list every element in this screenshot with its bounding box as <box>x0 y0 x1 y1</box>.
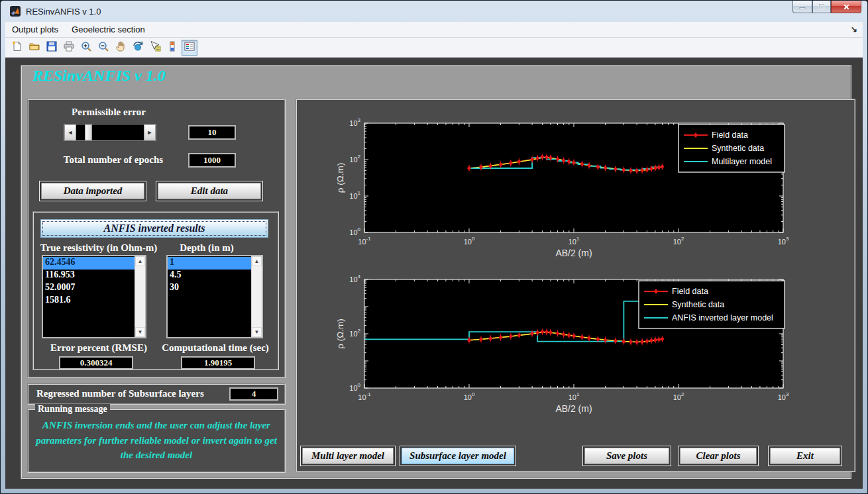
depth-scrollbar[interactable]: ▲▼ <box>251 256 262 337</box>
new-figure-button[interactable] <box>9 40 25 56</box>
multilayer-model-chart[interactable]: 10-1100101102103100101102103AB/2 (m)ρ (Ω… <box>298 101 853 260</box>
edit-data-button-frame: Edit data <box>156 181 263 201</box>
comp-time-label: Computational time (sec) <box>157 342 274 354</box>
anfis-results-button[interactable]: ANFIS inverted results <box>40 219 268 238</box>
svg-text:ρ (Ω.m): ρ (Ω.m) <box>335 163 345 193</box>
rmse-label: Error percent (RMSE) <box>34 342 164 354</box>
subsurface-layer-model-button[interactable]: Subsurface layer model <box>402 448 514 464</box>
svg-text:101: 101 <box>569 391 580 401</box>
svg-text:102: 102 <box>673 391 684 401</box>
permissible-error-slider[interactable]: ◄ ► <box>64 124 156 141</box>
svg-text:100: 100 <box>464 236 475 246</box>
svg-text:100: 100 <box>349 226 360 236</box>
save-figure-button[interactable] <box>44 40 60 56</box>
menu-output-plots[interactable]: Output plots <box>5 23 65 36</box>
multi-layer-model-button[interactable]: Multi layer model <box>302 448 394 464</box>
close-button[interactable] <box>831 1 861 13</box>
svg-text:Synthetic data: Synthetic data <box>712 144 764 153</box>
exit-button-frame: Exit <box>768 446 842 466</box>
menu-overflow-icon[interactable]: ↘ <box>851 25 857 34</box>
print-button[interactable] <box>61 40 77 56</box>
svg-text:Field data: Field data <box>712 130 748 140</box>
svg-text:Multilayer model: Multilayer model <box>712 157 772 166</box>
rotate-3d-button[interactable] <box>130 40 146 56</box>
depth-listbox[interactable]: 14.530 ▲▼ <box>166 255 263 338</box>
epochs-label: Total number of epochs <box>34 154 193 166</box>
titlebar[interactable]: RESinvANFIS v 1.0 <box>1 1 867 22</box>
new-figure-icon <box>11 40 23 55</box>
zoom-out-icon <box>97 40 109 55</box>
slider-track[interactable] <box>76 124 144 140</box>
rmse-value: 0.300324 <box>59 356 133 370</box>
svg-text:104: 104 <box>349 273 360 283</box>
app-window: RESinvANFIS v 1.0 Output plotsGeoelectri… <box>0 0 868 494</box>
menu-geoelectric-section[interactable]: Geoelectric section <box>65 23 152 36</box>
data-imported-button-frame: Data imported <box>39 181 146 201</box>
list-item[interactable]: 30 <box>168 282 251 295</box>
insert-legend-icon <box>184 40 195 55</box>
data-cursor-icon <box>149 40 161 55</box>
window-title: RESinvANFIS v 1.0 <box>26 7 101 17</box>
open-file-button[interactable] <box>27 40 42 56</box>
scroll-up-icon[interactable]: ▲ <box>135 256 145 266</box>
svg-text:Synthetic data: Synthetic data <box>672 300 724 309</box>
scroll-up-icon[interactable]: ▲ <box>252 256 262 266</box>
list-item[interactable]: 52.0007 <box>43 282 135 295</box>
resistivity-listbox[interactable]: 62.4546116.95352.00071581.6 ▲▼ <box>42 255 146 338</box>
open-folder-icon <box>28 40 40 55</box>
rotate-3d-icon <box>132 40 144 55</box>
svg-text:ANFIS inverted layer model: ANFIS inverted layer model <box>672 313 773 322</box>
print-icon <box>63 40 75 55</box>
svg-text:10-1: 10-1 <box>358 391 371 401</box>
anfis-model-chart[interactable]: 10-1100101102103100102104AB/2 (m)ρ (Ω.m)… <box>298 259 853 418</box>
figure-canvas: RESinvANFIS v 1.0 Permissible error ◄ ► … <box>5 58 863 489</box>
colorbar-button[interactable] <box>164 40 180 56</box>
plots-panel: 10-1100101102103100101102103AB/2 (m)ρ (Ω… <box>296 99 855 472</box>
pan-button[interactable] <box>113 40 129 56</box>
svg-text:102: 102 <box>673 236 684 246</box>
zoom-in-button[interactable] <box>78 40 94 56</box>
slider-right-arrow[interactable]: ► <box>144 124 156 140</box>
zoom-in-icon <box>80 40 92 55</box>
list-item[interactable]: 62.4546 <box>43 257 135 270</box>
svg-text:102: 102 <box>349 328 360 338</box>
regressed-layers-label: Regressed number of Subsurface layers <box>36 388 204 399</box>
permissible-error-value[interactable]: 10 <box>188 125 236 140</box>
slider-left-arrow[interactable]: ◄ <box>64 124 76 140</box>
window-controls <box>792 1 861 13</box>
menubar-items: Output plotsGeoelectric section <box>5 23 152 36</box>
regressed-layers-value[interactable]: 4 <box>229 387 278 401</box>
list-item[interactable]: 1 <box>168 257 251 270</box>
data-imported-button[interactable]: Data imported <box>41 183 144 199</box>
scroll-down-icon[interactable]: ▼ <box>252 327 262 337</box>
resistivity-scrollbar[interactable]: ▲▼ <box>135 256 145 337</box>
resistivity-label: True resistivity (in Ohm-m) <box>34 242 164 254</box>
save-plots-button-frame: Save plots <box>582 446 671 466</box>
exit-button[interactable]: Exit <box>770 448 840 464</box>
zoom-out-button[interactable] <box>95 40 111 56</box>
svg-text:AB/2 (m): AB/2 (m) <box>555 248 592 258</box>
figure-client-area: Output plotsGeoelectric section ↘ RESinv… <box>5 22 863 489</box>
svg-text:101: 101 <box>349 190 360 200</box>
epochs-value[interactable]: 1000 <box>188 153 236 168</box>
data-cursor-button[interactable] <box>147 40 163 56</box>
svg-text:100: 100 <box>349 382 360 392</box>
svg-text:10-1: 10-1 <box>358 236 371 246</box>
svg-text:AB/2 (m): AB/2 (m) <box>555 403 592 414</box>
list-item[interactable]: 4.5 <box>168 270 251 282</box>
scroll-down-icon[interactable]: ▼ <box>135 327 145 337</box>
list-item[interactable]: 116.953 <box>43 270 135 282</box>
maximize-button[interactable] <box>812 1 831 13</box>
clear-plots-button[interactable]: Clear plots <box>680 448 757 464</box>
toolbar <box>5 38 863 58</box>
resistivity-list-items: 62.4546116.95352.00071581.6 <box>43 256 135 337</box>
app-heading: RESinvANFIS v 1.0 <box>32 67 166 85</box>
save-plots-button[interactable]: Save plots <box>584 448 669 464</box>
edit-data-button[interactable]: Edit data <box>158 183 261 199</box>
minimize-button[interactable] <box>792 1 812 13</box>
slider-thumb[interactable] <box>85 124 92 140</box>
list-item[interactable]: 1581.6 <box>43 295 135 307</box>
svg-text:ρ (Ω.m): ρ (Ω.m) <box>335 319 345 349</box>
running-message-panel: Running message ANFIS inversion ends and… <box>27 409 286 473</box>
insert-legend-button[interactable] <box>182 40 197 56</box>
